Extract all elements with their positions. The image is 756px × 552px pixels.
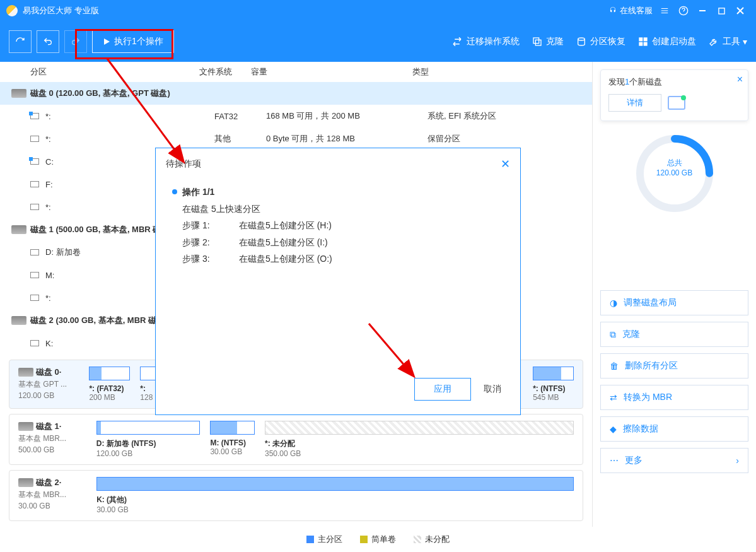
partition-icon xyxy=(30,181,39,187)
operation-step: 步骤 1:在磁盘5上创建分区 (H:) xyxy=(182,217,504,234)
svg-point-4 xyxy=(578,38,585,40)
side-action-button[interactable]: ⧉克隆 xyxy=(600,322,748,347)
undo-button[interactable] xyxy=(37,30,59,53)
svg-rect-7 xyxy=(639,42,643,46)
menu-icon[interactable] xyxy=(655,0,674,21)
svg-rect-6 xyxy=(644,37,648,41)
disk-card[interactable]: 磁盘 1·基本盘 MBR...500.00 GBD: 新加卷 (NTFS)120… xyxy=(9,414,583,465)
disk-icon xyxy=(11,89,26,98)
partition-icon xyxy=(30,340,39,346)
maximize-button[interactable] xyxy=(712,0,731,21)
app-logo-icon xyxy=(6,5,18,16)
svg-rect-5 xyxy=(639,37,643,41)
partition-icon xyxy=(30,158,39,165)
highlight-execute xyxy=(75,29,173,59)
refresh-button[interactable] xyxy=(9,30,32,53)
clone-button[interactable]: 克隆 xyxy=(532,36,564,47)
disk-row[interactable]: 磁盘 0 (120.00 GB, 基本盘, GPT 磁盘) xyxy=(0,82,592,105)
action-icon: ◆ xyxy=(610,424,617,434)
partition-icon xyxy=(30,113,39,119)
action-icon: ◑ xyxy=(610,298,617,308)
operation-step: 步骤 2:在磁盘5上创建分区 (I:) xyxy=(182,234,504,251)
partition-icon xyxy=(30,249,39,255)
table-header: 分区 文件系统 容量 类型 xyxy=(0,62,592,82)
apply-button[interactable]: 应用 xyxy=(414,378,471,401)
dialog-title: 待操作项 xyxy=(166,158,501,170)
side-action-button[interactable]: ◆擦除数据 xyxy=(600,416,748,442)
partition-recovery-button[interactable]: 分区恢复 xyxy=(576,36,625,47)
migrate-os-button[interactable]: 迁移操作系统 xyxy=(451,36,520,47)
action-icon: 🗑 xyxy=(610,361,619,371)
partition-row[interactable]: *:其他0 Byte 可用，共 128 MB保留分区 xyxy=(0,127,592,150)
side-action-button[interactable]: ⇄转换为 MBR xyxy=(600,385,748,410)
minimize-button[interactable] xyxy=(693,0,712,21)
detail-button[interactable]: 详情 xyxy=(608,94,661,112)
svg-rect-8 xyxy=(644,42,648,46)
tools-button[interactable]: 工具▾ xyxy=(709,36,747,47)
action-icon: ⇄ xyxy=(610,392,617,402)
operation-step: 步骤 3:在磁盘5上创建分区 (O:) xyxy=(182,250,504,267)
close-icon[interactable]: ✕ xyxy=(501,157,510,171)
pending-operations-dialog: 待操作项 ✕ 操作 1/1 在磁盘 5上快速分区 步骤 1:在磁盘5上创建分区 … xyxy=(155,148,521,415)
close-button[interactable] xyxy=(731,0,750,21)
close-icon[interactable]: × xyxy=(737,74,743,85)
partition-row[interactable]: *:FAT32168 MB 可用，共 200 MB系统, EFI 系统分区 xyxy=(0,105,592,127)
action-icon: ⋯ xyxy=(610,455,619,466)
legend: 主分区 简单卷 未分配 xyxy=(0,527,756,552)
usage-ring: 总共120.00 GB xyxy=(634,132,716,214)
disk-card[interactable]: 磁盘 2·基本盘 MBR...30.00 GBK: (其他)30.00 GB xyxy=(9,470,583,521)
svg-rect-3 xyxy=(535,40,541,45)
partition-icon xyxy=(30,272,39,278)
app-title: 易我分区大师 专业版 xyxy=(23,5,608,16)
customer-service-button[interactable]: 在线客服 xyxy=(608,5,653,16)
partition-icon xyxy=(30,136,39,142)
side-action-button[interactable]: ◑调整磁盘布局 xyxy=(600,290,748,315)
action-icon: ⧉ xyxy=(610,329,616,340)
disk-icon xyxy=(668,96,685,110)
disk-icon xyxy=(11,225,26,234)
cancel-button[interactable]: 取消 xyxy=(484,384,501,395)
disk-icon xyxy=(11,316,26,325)
side-panel: × 发现1个新磁盘 详情 总共120.00 GB ◑调整磁盘布局⧉克隆🗑删除所有… xyxy=(593,62,756,527)
side-action-button[interactable]: 🗑删除所有分区 xyxy=(600,353,748,379)
title-bar: 易我分区大师 专业版 在线客服 xyxy=(0,0,756,21)
partition-icon xyxy=(30,295,39,301)
side-action-button[interactable]: ⋯更多› xyxy=(600,448,748,473)
create-bootdisk-button[interactable]: 创建启动盘 xyxy=(638,36,696,47)
svg-rect-1 xyxy=(718,8,724,13)
new-disk-notice: × 发现1个新磁盘 详情 xyxy=(600,69,748,121)
svg-rect-2 xyxy=(533,38,539,44)
help-icon[interactable] xyxy=(674,0,693,21)
partition-icon xyxy=(30,204,39,210)
